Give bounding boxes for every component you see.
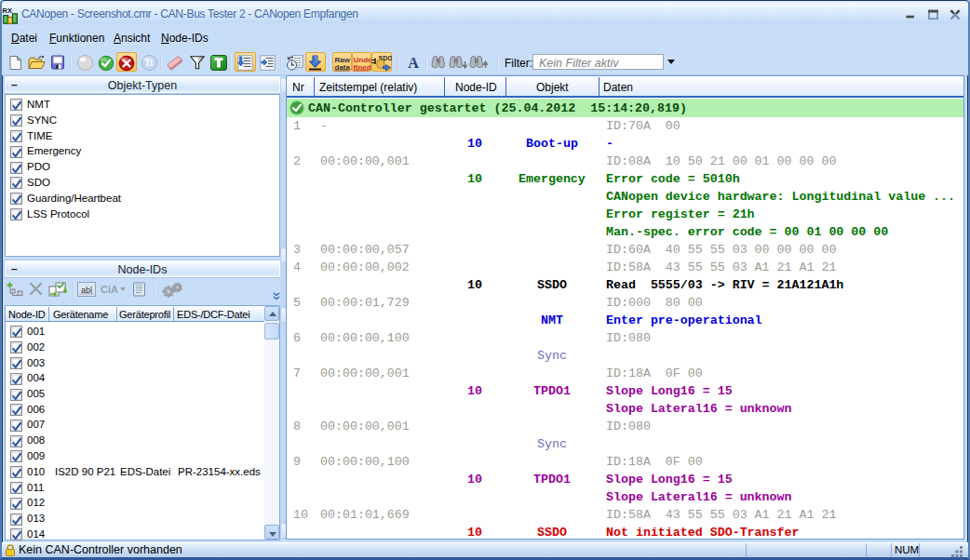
svg-text:abl: abl xyxy=(81,286,92,295)
svg-text:CiA: CiA xyxy=(101,284,118,295)
svg-text:fined: fined xyxy=(354,63,371,72)
svg-text:data: data xyxy=(335,63,351,72)
svg-text:RX: RX xyxy=(3,7,12,15)
svg-text:A: A xyxy=(408,55,419,71)
